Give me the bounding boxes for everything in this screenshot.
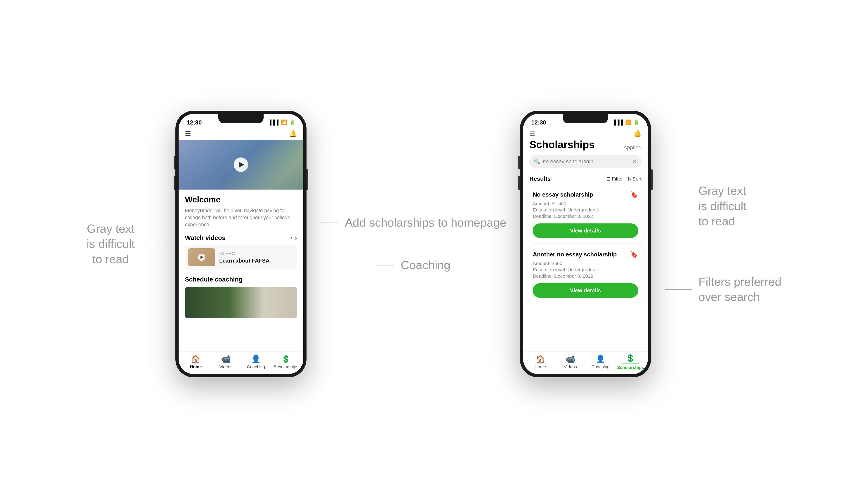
card1-amount: Amount: $1,500	[533, 201, 638, 206]
results-title: Results	[529, 175, 551, 182]
coaching-section-header: Schedule coaching	[185, 276, 297, 283]
phone2-home-icon: 🏠	[535, 355, 545, 363]
phone1-time: 12:30	[187, 119, 202, 126]
mini-play-button[interactable]	[198, 254, 205, 261]
phone2-nav-videos-label: Videos	[564, 364, 577, 369]
search-input[interactable]: no essay scholarship	[543, 158, 629, 165]
nav-coaching[interactable]: 👤 Coaching	[241, 355, 271, 369]
left-ann-line2: is difficult	[87, 237, 135, 250]
mid-line-1	[320, 223, 338, 223]
coaching-section-title: Schedule coaching	[185, 276, 243, 283]
nav-scholarships[interactable]: 💲 Scholarships	[271, 355, 301, 369]
phone2-screen: 12:30 ▐▐▐ 📶 🔋 ☰ 🔔 Scholarships	[523, 114, 648, 374]
sort-label: Sort	[632, 176, 642, 182]
card1-title: No essay scholarship	[533, 191, 630, 198]
card1-education: Education level: Undergraduate	[533, 207, 638, 213]
right-ann1-line3: to read	[699, 215, 735, 228]
next-icon[interactable]: ›	[295, 234, 297, 241]
left-ann-line1: Gray text	[87, 222, 134, 235]
videos-section-title: Watch videos	[185, 234, 225, 241]
left-ann-line3: to read	[92, 253, 129, 266]
coaching-icon: 👤	[251, 355, 260, 363]
right-annotation-2: Filters preferred over search	[664, 274, 781, 305]
phone2-menu-icon[interactable]: ☰	[529, 130, 535, 137]
card2-amount: Amount: $500	[533, 261, 638, 266]
scholarship-cards: No essay scholarship 🔖 Amount: $1,500 Ed…	[523, 186, 648, 302]
hamburger-icon[interactable]: ☰	[185, 130, 191, 138]
left-annotation-text: Gray text is difficult to read	[87, 221, 135, 267]
nav-videos-label: Videos	[219, 364, 232, 369]
phone2-bell-icon[interactable]: 🔔	[633, 130, 642, 137]
phone1-power	[307, 169, 308, 190]
battery-icon: 🔋	[289, 120, 295, 125]
phone1-notch	[218, 114, 264, 123]
home-icon: 🏠	[191, 355, 200, 363]
phone2-coaching-icon: 👤	[596, 355, 605, 363]
phone1-vol-up	[174, 156, 176, 169]
scholarships-header: ☰ 🔔 Scholarships Applied 🔍 no essay scho…	[523, 127, 648, 175]
nav-home-label: Home	[190, 364, 202, 369]
sort-icon: ⇅	[627, 176, 631, 182]
mini-play-triangle-icon	[200, 256, 203, 259]
phone2-nav-home-label: Home	[535, 364, 546, 369]
phone1-bottom-nav: 🏠 Home 📹 Videos 👤 Coaching 💲 Scholarship…	[179, 352, 303, 374]
filter-label: Filter	[612, 176, 623, 182]
welcome-text: MoneyBinder will help you navigate payin…	[185, 207, 297, 228]
hero-play-button[interactable]	[234, 158, 248, 172]
right-ann2-line2: over search	[699, 290, 760, 303]
video-info: 60 SEC Learn about FAFSA	[219, 251, 294, 264]
phone2-wifi-icon: 📶	[625, 120, 631, 125]
card1-header: No essay scholarship 🔖	[533, 191, 638, 199]
phone2-vol-down	[518, 176, 520, 190]
videos-section-header: Watch videos ‹ ›	[185, 234, 297, 241]
phone2-nav-coaching-label: Coaching	[591, 364, 610, 369]
phone2-nav-home[interactable]: 🏠 Home	[525, 355, 555, 369]
scholarships-page-title: Scholarships	[529, 138, 595, 151]
search-bar[interactable]: 🔍 no essay scholarship ✕	[529, 155, 642, 168]
right-annotation-1: Gray text is difficult to read	[664, 183, 781, 229]
sort-button[interactable]: ⇅ Sort	[627, 176, 642, 182]
phone1-vol-down	[174, 176, 176, 190]
middle-annotations: Add scholarships to homepage Coaching	[320, 215, 506, 273]
nav-home[interactable]: 🏠 Home	[181, 355, 211, 369]
card2-title: Another no essay scholarship	[533, 251, 630, 258]
card2-bookmark-icon[interactable]: 🔖	[630, 251, 638, 258]
applied-link[interactable]: Applied	[623, 144, 642, 151]
phone2-wrapper: 12:30 ▐▐▐ 📶 🔋 ☰ 🔔 Scholarships	[520, 111, 651, 377]
main-layout: Gray text is difficult to read 12:30 ▐▐▐…	[87, 111, 781, 377]
card2-view-details-button[interactable]: View details	[533, 283, 638, 298]
search-clear-icon[interactable]: ✕	[632, 158, 637, 165]
right-ann-line-1	[664, 206, 692, 206]
phone1-frame: 12:30 ▐▐▐ 📶 🔋 ☰ 🔔	[176, 111, 307, 377]
coaching-image	[185, 287, 297, 318]
signal-icon: ▐▐▐	[268, 120, 278, 125]
video-card[interactable]: 60 SEC Learn about FAFSA	[185, 245, 297, 269]
phone2-nav-scholarships[interactable]: 💲 Scholarships	[616, 354, 646, 370]
mid-annotation-1: Add scholarships to homepage	[320, 215, 506, 230]
play-triangle-icon	[239, 162, 244, 168]
video-duration: 60 SEC	[219, 251, 294, 256]
phone2-nav-videos[interactable]: 📹 Videos	[555, 355, 585, 369]
right-ann-text-1: Gray text is difficult to read	[699, 183, 747, 229]
phone1-screen: 12:30 ▐▐▐ 📶 🔋 ☰ 🔔	[179, 114, 303, 374]
phone2-vol-up	[518, 156, 520, 169]
results-actions: ⊟ Filter ⇅ Sort	[607, 176, 642, 182]
scholarships-icon: 💲	[281, 355, 291, 363]
phone2-videos-icon: 📹	[565, 355, 575, 363]
filter-button[interactable]: ⊟ Filter	[607, 176, 623, 182]
card1-view-details-button[interactable]: View details	[533, 223, 638, 238]
bell-icon[interactable]: 🔔	[289, 130, 297, 137]
phone2-bottom-nav: 🏠 Home 📹 Videos 👤 Coaching 💲 Scho	[523, 352, 648, 374]
phone2-nav-coaching[interactable]: 👤 Coaching	[585, 355, 616, 369]
nav-coaching-label: Coaching	[247, 364, 265, 369]
prev-icon[interactable]: ‹	[290, 234, 292, 241]
phone1-navbar: ☰ 🔔	[179, 127, 303, 140]
nav-videos[interactable]: 📹 Videos	[211, 355, 241, 369]
card1-bookmark-icon[interactable]: 🔖	[630, 191, 638, 199]
phone2-nav-scholarships-label: Scholarships	[617, 365, 644, 370]
phone2-battery-icon: 🔋	[633, 120, 640, 125]
right-ann-line-2	[664, 289, 692, 290]
mid-annotation-2: Coaching	[376, 258, 451, 273]
phone2-nav-active-indicator	[621, 363, 640, 364]
left-annotation-group: Gray text is difficult to read	[87, 221, 162, 267]
